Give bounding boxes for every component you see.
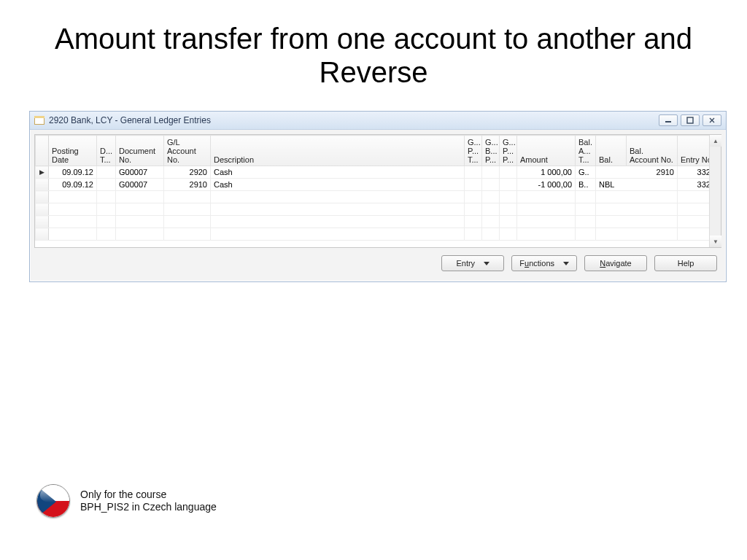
col-bal-account[interactable]: Bal. — [596, 136, 627, 166]
table-row-empty[interactable] — [36, 203, 719, 216]
cell-gpp — [500, 179, 517, 191]
cell-gbp — [482, 179, 500, 191]
help-button[interactable]: Help — [654, 255, 717, 271]
cell-bal-at: G.. — [576, 166, 596, 179]
row-indicator-icon: ▶ — [36, 166, 49, 179]
cell-bal-account: 2910 — [596, 166, 678, 179]
row-selector-header — [36, 136, 49, 166]
navigate-button[interactable]: Navigate — [584, 255, 647, 271]
cell-gbp — [482, 166, 500, 179]
col-gl-account[interactable]: G/L Account No. — [164, 136, 211, 166]
cell-doc-no: G00007 — [116, 166, 164, 179]
col-amount[interactable]: Amount — [517, 136, 576, 166]
caret-down-icon — [563, 262, 569, 265]
ledger-window: 2920 Bank, LCY - General Ledger Entries — [29, 111, 727, 282]
svg-rect-0 — [665, 121, 671, 122]
close-button[interactable] — [703, 114, 721, 126]
cell-bal-account: NBL — [596, 179, 678, 191]
table-row-empty[interactable] — [36, 191, 719, 203]
cell-gl-account: 2920 — [164, 166, 211, 179]
col-doc-type[interactable]: D... T... — [97, 136, 116, 166]
table-row[interactable]: 09.09.12 G00007 2910 Cash -1 000,00 B.. … — [36, 179, 719, 191]
cell-gpt — [465, 166, 482, 179]
table-row-empty[interactable] — [36, 228, 719, 241]
cell-doc-type — [97, 166, 116, 179]
entry-button[interactable]: Entry — [441, 255, 504, 271]
col-gpp[interactable]: G... P... P... — [500, 136, 517, 166]
col-gbp[interactable]: G... B... P... — [482, 136, 500, 166]
col-gpt[interactable]: G... P... T... — [465, 136, 482, 166]
ledger-grid[interactable]: Posting Date D... T... Document No. G/L … — [34, 134, 721, 248]
cell-posting-date: 09.09.12 — [49, 166, 97, 179]
footer-line1: Only for the course — [80, 489, 217, 502]
col-doc-no[interactable]: Document No. — [116, 136, 164, 166]
cell-gpp — [500, 166, 517, 179]
cell-amount: -1 000,00 — [517, 179, 576, 191]
slide-title: Amount transfer from one account to anot… — [29, 22, 718, 89]
col-description[interactable]: Description — [211, 136, 465, 166]
czech-flag-icon — [36, 484, 70, 518]
scroll-down-icon[interactable]: ▼ — [710, 236, 721, 247]
functions-button[interactable]: Functions — [511, 255, 577, 271]
maximize-button[interactable] — [681, 114, 700, 126]
col-bal-at[interactable]: Bal. A... T... — [576, 136, 596, 166]
cell-doc-no: G00007 — [116, 179, 164, 191]
cell-gl-account: 2910 — [164, 179, 211, 191]
table-row[interactable]: ▶ 09.09.12 G00007 2920 Cash 1 000,00 G..… — [36, 166, 719, 179]
cell-doc-type — [97, 179, 116, 191]
window-title: 2920 Bank, LCY - General Ledger Entries — [49, 115, 211, 125]
minimize-button[interactable] — [659, 114, 678, 126]
col-posting-date[interactable]: Posting Date — [49, 136, 97, 166]
table-row-empty[interactable] — [36, 216, 719, 228]
caret-down-icon — [484, 262, 489, 265]
cell-posting-date: 09.09.12 — [49, 179, 97, 191]
grid-header-row: Posting Date D... T... Document No. G/L … — [36, 136, 719, 166]
svg-rect-1 — [687, 117, 693, 123]
cell-gpt — [465, 179, 482, 191]
slide-footer: Only for the course BPH_PIS2 in Czech la… — [36, 484, 217, 518]
cell-description: Cash — [211, 179, 465, 191]
window-titlebar: 2920 Bank, LCY - General Ledger Entries — [30, 112, 726, 130]
vertical-scrollbar[interactable]: ▲ ▼ — [709, 135, 721, 247]
footer-line2: BPH_PIS2 in Czech language — [80, 501, 217, 514]
cell-amount: 1 000,00 — [517, 166, 576, 179]
window-icon — [34, 116, 44, 125]
cell-description: Cash — [211, 166, 465, 179]
cell-bal-at: B.. — [576, 179, 596, 191]
col-bal-account-no[interactable]: Bal. Account No. — [627, 136, 678, 166]
row-indicator — [36, 179, 49, 191]
scroll-up-icon[interactable]: ▲ — [710, 135, 721, 147]
